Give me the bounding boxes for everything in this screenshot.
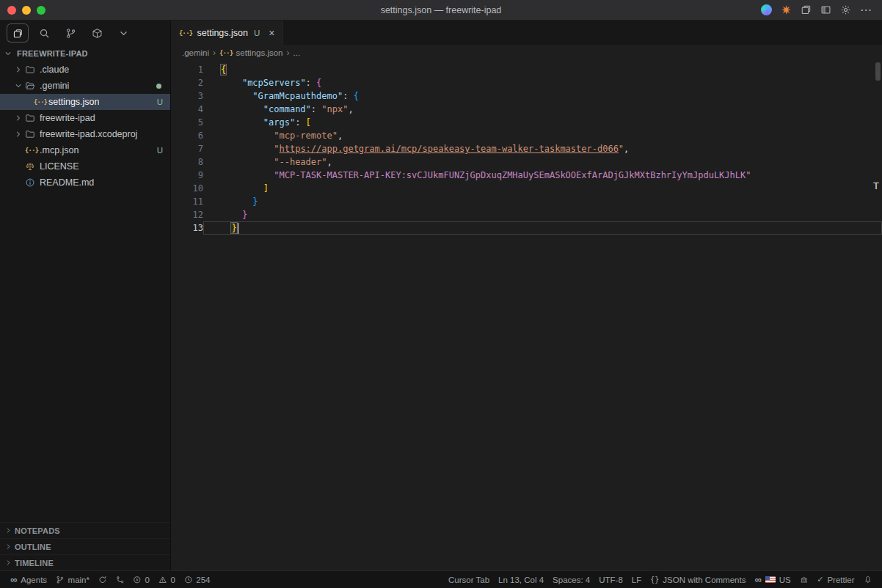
code-line-2[interactable]: 2 "mcpServers": { <box>171 76 882 89</box>
layout-panel-button[interactable] <box>819 3 833 17</box>
activity-explorer-files-button[interactable] <box>7 23 29 43</box>
zoom-window-button[interactable] <box>37 6 45 15</box>
starburst-button[interactable] <box>779 3 793 17</box>
code-line-5[interactable]: 5 "args": [ <box>171 116 882 129</box>
code-line-8[interactable]: 8 "--header", <box>171 155 882 169</box>
split-squares-icon <box>801 4 812 15</box>
tree-item-license[interactable]: LICENSE <box>0 158 170 174</box>
sidebar-section-outline[interactable]: OUTLINE <box>0 538 170 554</box>
breadcrumb-separator-icon: › <box>287 48 290 58</box>
window-controls <box>7 6 45 15</box>
info-icon <box>25 177 35 188</box>
tree-item-label: LICENSE <box>40 161 79 172</box>
status-keyboard-layout[interactable]: ∞US <box>750 571 795 588</box>
activity-extensions-button[interactable] <box>86 23 108 43</box>
tree-item-freewrite-ipad[interactable]: freewrite-ipad <box>0 110 170 126</box>
window-title: settings.json — freewrite-ipad <box>0 5 882 15</box>
tree-item-readme-md[interactable]: README.md <box>0 174 170 191</box>
chevron-down-icon <box>4 49 12 58</box>
tree-item-settings-json[interactable]: {··}settings.jsonU <box>0 94 170 110</box>
code-editor[interactable]: 1{2 "mcpServers": {3 "GramMcpauthdemo": … <box>171 61 882 570</box>
status-git-branch[interactable]: main* <box>51 571 94 588</box>
status-encoding[interactable]: UTF-8 <box>594 571 627 588</box>
code-line-1[interactable]: 1{ <box>171 63 882 76</box>
code-line-6[interactable]: 6 "mcp-remote", <box>171 129 882 142</box>
status-formatter[interactable]: ✓Prettier <box>812 571 859 588</box>
folder-open-icon <box>25 81 35 91</box>
line-number: 11 <box>171 195 203 208</box>
explorer-root-label: FREEWRITE-IPAD <box>17 49 88 58</box>
tree-item--claude[interactable]: .claude <box>0 62 170 78</box>
ai-orb-button[interactable] <box>759 3 773 17</box>
gear-button[interactable] <box>839 3 853 17</box>
branch-icon <box>56 576 65 584</box>
status-usage-counter[interactable]: 254 <box>180 571 215 588</box>
code-line-10[interactable]: 10 ] <box>171 182 882 195</box>
code-line-9[interactable]: 9 "MCP-TASK-MASTER-API-KEY:svCJUkmFUNZjG… <box>171 169 882 182</box>
status-errors[interactable]: 0 <box>128 571 154 588</box>
sync-icon <box>98 576 107 584</box>
tree-item--mcp-json[interactable]: {··}.mcp.jsonU <box>0 142 170 158</box>
editor-tab-settings-json[interactable]: {··}settings.jsonU× <box>171 21 283 45</box>
status-bar: ∞Agentsmain*00254 Cursor TabLn 13, Col 4… <box>0 570 882 588</box>
code-line-11[interactable]: 11 } <box>171 195 882 208</box>
close-tab-button[interactable]: × <box>267 28 276 38</box>
tab-git-badge: U <box>254 29 260 37</box>
status-language-mode[interactable]: {}JSON with Comments <box>646 571 750 588</box>
line-number: 7 <box>171 142 203 155</box>
chevron-right-icon <box>14 114 23 122</box>
tree-item-label: settings.json <box>48 97 99 107</box>
split-squares-button[interactable] <box>799 3 813 17</box>
git-status-badge: U <box>157 98 163 106</box>
status-sync[interactable] <box>94 571 112 588</box>
chevron-down-icon <box>118 28 129 39</box>
breadcrumb-item[interactable]: {··}settings.json <box>219 48 283 57</box>
search-icon <box>39 28 50 39</box>
code-line-3[interactable]: 3 "GramMcpauthdemo": { <box>171 89 882 103</box>
tree-item--gemini[interactable]: .gemini <box>0 78 170 94</box>
json-icon: {··} <box>25 147 38 154</box>
code-line-13[interactable]: 13 } <box>171 221 882 235</box>
activity-source-control-button[interactable] <box>59 23 81 43</box>
code-line-4[interactable]: 4 "command": "npx", <box>171 103 882 116</box>
sidebar-section-notepads[interactable]: NOTEPADS <box>0 522 170 538</box>
tab-label: settings.json <box>197 28 247 38</box>
chevron-right-icon <box>14 65 23 74</box>
close-window-button[interactable] <box>7 6 16 15</box>
activity-search-button[interactable] <box>33 23 55 43</box>
sidebar-sections: NOTEPADSOUTLINETIMELINE <box>0 522 170 570</box>
more-ellipsis-button[interactable]: ⋯ <box>859 3 873 18</box>
minimize-window-button[interactable] <box>22 6 31 15</box>
status-eol[interactable]: LF <box>627 571 646 588</box>
tree-item-freewrite-ipad-xcodeproj[interactable]: freewrite-ipad.xcodeproj <box>0 126 170 142</box>
breadcrumb-item[interactable]: ... <box>294 48 301 57</box>
sidebar-spacer <box>0 191 170 522</box>
layout-panel-icon <box>820 4 831 15</box>
breadcrumb-item[interactable]: .gemini <box>182 48 209 57</box>
status-branch-compare[interactable] <box>112 571 129 588</box>
status-notifications[interactable] <box>859 571 877 588</box>
explorer-root-header[interactable]: FREEWRITE-IPAD <box>0 45 170 62</box>
status-warnings[interactable]: 0 <box>154 571 180 588</box>
modified-dot <box>156 84 161 89</box>
code-line-12[interactable]: 12 } <box>171 208 882 221</box>
status-cursor-tab[interactable]: Cursor Tab <box>444 571 494 588</box>
sidebar: FREEWRITE-IPAD .claude.gemini{··}setting… <box>0 21 171 570</box>
minimap-letter: T <box>873 180 879 193</box>
status-indentation[interactable]: Spaces: 4 <box>548 571 594 588</box>
sidebar-section-timeline[interactable]: TIMELINE <box>0 554 170 570</box>
status-agents[interactable]: ∞Agents <box>6 571 51 588</box>
status-bar-left: ∞Agentsmain*00254 <box>6 571 215 588</box>
braces-icon: {} <box>650 576 659 584</box>
line-number: 10 <box>171 182 203 195</box>
tree-item-label: .claude <box>40 65 69 75</box>
status-cursor-position[interactable]: Ln 13, Col 4 <box>494 571 548 588</box>
minimap[interactable]: T <box>872 61 882 570</box>
status-remote-tools[interactable] <box>795 571 813 588</box>
editor-area: {··}settings.jsonU× .gemini›{··}settings… <box>171 21 882 570</box>
activity-chevron-down-button[interactable] <box>112 23 134 43</box>
json-icon: {··} <box>219 49 233 56</box>
line-number: 2 <box>171 76 203 89</box>
minimap-slider[interactable] <box>875 62 881 81</box>
code-line-7[interactable]: 7 "https://app.getgram.ai/mcp/speakeasy-… <box>171 142 882 155</box>
